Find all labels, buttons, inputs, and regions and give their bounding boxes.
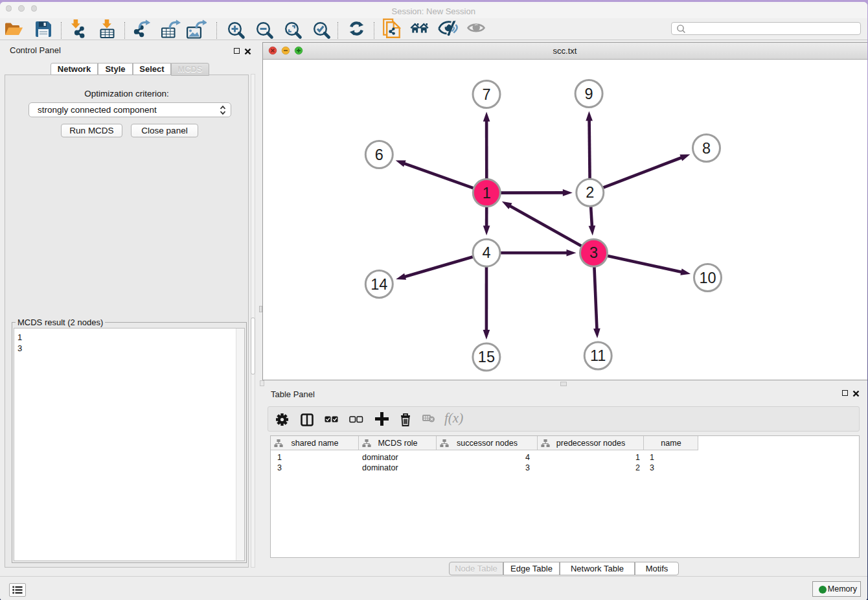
- svg-text:11: 11: [589, 347, 605, 364]
- svg-text:10: 10: [699, 270, 716, 286]
- svg-text:8: 8: [702, 140, 710, 157]
- svg-text:1: 1: [482, 185, 490, 202]
- svg-text:4: 4: [482, 244, 490, 261]
- svg-text:15: 15: [477, 349, 494, 365]
- svg-text:14: 14: [371, 276, 387, 293]
- svg-text:6: 6: [374, 146, 383, 163]
- svg-text:7: 7: [482, 86, 490, 103]
- svg-text:3: 3: [589, 244, 597, 261]
- svg-text:2: 2: [586, 184, 594, 201]
- svg-text:9: 9: [584, 86, 593, 102]
